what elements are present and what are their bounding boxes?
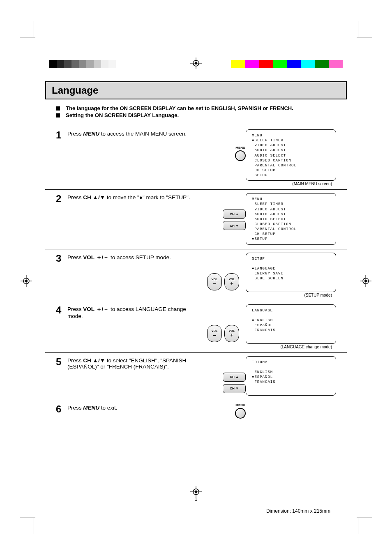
registration-mark-icon (360, 275, 371, 287)
crop-mark (357, 37, 372, 37)
osd-screen: MENU SLEEP TIMER VIDEO ADJUST AUDIO ADJU… (246, 193, 336, 244)
controls: MENU (201, 129, 246, 161)
section-title-box: Language (45, 81, 347, 99)
bullet-icon (56, 113, 60, 117)
screen-caption: (SETUP mode) (246, 293, 336, 297)
screen-column: IDIOMA ENGLISH ●ESPAÑOL FRANCAIS (246, 356, 336, 396)
vol-plus-button-icon: VOL+ (224, 325, 239, 342)
step-number: 5 (56, 356, 67, 368)
step-5: 5 Press CH ▲/▼ to select "ENGLISH", "SPA… (45, 353, 347, 400)
step-text: Press VOL ＋/－ to access LANGUAGE change … (67, 304, 201, 319)
dimension-note: Dimension: 140mm x 215mm (266, 508, 330, 514)
intro-text: Setting the ON SCREEN DISPLAY Language. (66, 112, 179, 118)
registration-mark-icon (190, 58, 202, 69)
crop-mark (357, 518, 372, 518)
grayscale-bar (49, 60, 123, 68)
step-text: Press CH ▲/▼ to select "ENGLISH", "SPANI… (67, 356, 201, 370)
screen-column: LANGUAGE ●ENGLISH ESPAÑOL FRANCAIS (LANG… (246, 304, 336, 349)
ch-up-button-icon: CH ▲ (223, 210, 246, 219)
crop-mark (358, 518, 358, 534)
intro-line: Setting the ON SCREEN DISPLAY Language. (56, 112, 347, 118)
controls: CH ▲ CH ▼ (201, 193, 246, 230)
vol-minus-button-icon: VOL– (207, 325, 222, 342)
screen-caption: (LANGUAGE change mode) (246, 345, 336, 349)
step-number: 4 (56, 304, 67, 316)
osd-screen: IDIOMA ENGLISH ●ESPAÑOL FRANCAIS (246, 356, 336, 396)
step-text: Press CH ▲/▼ to move the "●" mark to "SE… (67, 193, 201, 200)
intro-block: The language for the ON SCREEN DISPLAY c… (56, 105, 347, 118)
ch-down-button-icon: CH ▼ (223, 221, 246, 230)
section-title: Language (52, 85, 340, 96)
vol-minus-button-icon: VOL– (207, 273, 222, 290)
controls: VOL– VOL+ (201, 253, 246, 290)
step-number: 2 (56, 193, 67, 205)
step-4: 4 Press VOL ＋/－ to access LANGUAGE chang… (45, 301, 347, 353)
color-bar (231, 60, 343, 68)
screen-column: SETUP ●LANGUAGE ENERGY SAVE BLUE SCREEN … (246, 253, 336, 297)
step-2: 2 Press CH ▲/▼ to move the "●" mark to "… (45, 190, 347, 249)
crop-mark (20, 37, 35, 37)
bullet-icon (56, 106, 60, 111)
controls: CH ▲ CH ▼ (201, 356, 246, 393)
step-3: 3 Press VOL ＋/－ to access SETUP mode. VO… (45, 249, 347, 301)
step-text: Press MENU to exit. (67, 403, 201, 411)
ch-down-button-icon: CH ▼ (223, 384, 246, 393)
controls: MENU (201, 403, 246, 419)
screen-caption: (MAIN MENU screen) (246, 182, 336, 186)
step-6: 6 Press MENU to exit. MENU (45, 400, 347, 422)
osd-screen: LANGUAGE ●ENGLISH ESPAÑOL FRANCAIS (246, 304, 336, 344)
registration-mark-icon (21, 275, 32, 287)
menu-button-icon: MENU (235, 403, 246, 419)
screen-column: MENU ●SLEEP TIMER VIDEO ADJUST AUDIO ADJ… (246, 129, 336, 186)
osd-screen: SETUP ●LANGUAGE ENERGY SAVE BLUE SCREEN (246, 253, 336, 292)
step-number: 6 (56, 403, 67, 415)
intro-line: The language for the ON SCREEN DISPLAY c… (56, 105, 347, 111)
page-number: 1 (0, 497, 392, 502)
vol-plus-button-icon: VOL+ (224, 273, 239, 290)
osd-screen: MENU ●SLEEP TIMER VIDEO ADJUST AUDIO ADJ… (246, 129, 336, 181)
ch-up-button-icon: CH ▲ (223, 373, 246, 382)
step-number: 1 (56, 129, 67, 141)
crop-mark (34, 21, 34, 37)
step-text: Press MENU to access the MAIN MENU scree… (67, 129, 201, 137)
crop-mark (20, 518, 35, 518)
screen-column: MENU SLEEP TIMER VIDEO ADJUST AUDIO ADJU… (246, 193, 336, 245)
page-content: Language The language for the ON SCREEN … (45, 81, 347, 422)
step-text: Press VOL ＋/－ to access SETUP mode. (67, 253, 201, 261)
registration-mark-icon (190, 486, 202, 497)
menu-button-icon: MENU (235, 146, 246, 161)
crop-mark (34, 518, 34, 534)
intro-text: The language for the ON SCREEN DISPLAY c… (66, 105, 293, 111)
controls: VOL– VOL+ (201, 304, 246, 342)
step-number: 3 (56, 253, 67, 264)
step-1: 1 Press MENU to access the MAIN MENU scr… (45, 126, 347, 190)
crop-mark (358, 21, 358, 37)
